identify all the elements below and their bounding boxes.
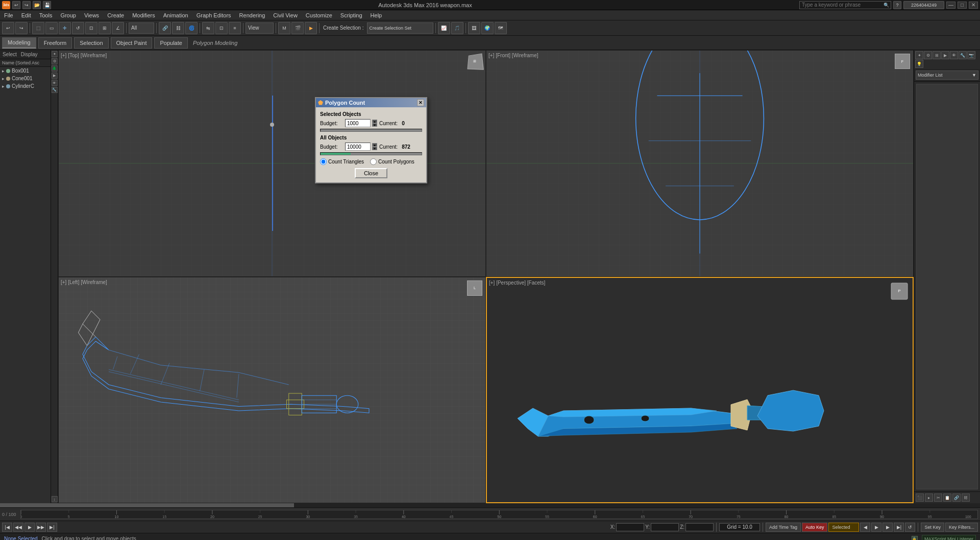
render-to-tex-btn[interactable]: 🗺 [495, 22, 507, 34]
material-editor-btn[interactable]: M [278, 22, 290, 34]
maximize-button[interactable]: □ [958, 2, 967, 9]
selection-dropdown[interactable]: Create Selection Set [367, 22, 433, 34]
undo-btn[interactable]: ↩ [2, 22, 14, 34]
scene-object-cylinder[interactable]: ▸ CylinderC [0, 82, 51, 90]
set-key-btn[interactable]: Set Key [921, 523, 944, 532]
render-btn[interactable]: ▶ [305, 22, 317, 34]
angle-snap[interactable]: ∠ [112, 22, 124, 34]
menu-scripting[interactable]: Scripting [336, 10, 366, 20]
curve-editor-btn[interactable]: 📈 [438, 22, 450, 34]
auto-key-btn[interactable]: Auto Key [802, 523, 828, 532]
snap-toggle[interactable]: ⊞ [99, 22, 111, 34]
menu-create[interactable]: Create [103, 10, 128, 20]
tab-object-paint[interactable]: Object Paint [111, 37, 153, 49]
rp-tool-1[interactable]: ⬛ [916, 494, 924, 502]
loop-btn[interactable]: ↺ [905, 523, 915, 532]
status-lock-icon[interactable]: 🔒 [912, 536, 918, 541]
select-tab[interactable]: Select [3, 52, 17, 57]
redo-btn[interactable]: ↪ [15, 22, 28, 34]
title-redo[interactable]: ↪ [22, 1, 31, 9]
title-open[interactable]: 📂 [33, 1, 41, 9]
play-btn[interactable]: ▶ [24, 523, 35, 532]
budget-up[interactable]: ▲ [372, 120, 377, 123]
rp-tool-paste[interactable]: 📋 [943, 494, 951, 502]
menu-rendering[interactable]: Rendering [235, 10, 270, 20]
modifier-list-dropdown[interactable]: Modifier List ▼ [916, 71, 978, 80]
add-time-tag-btn[interactable]: Add Time Tag [766, 523, 801, 532]
viewport-perspective[interactable]: [+] [Perspective] [Facets] [486, 277, 914, 504]
select-btn[interactable]: ⬚ [32, 22, 44, 34]
count-polygons-radio[interactable]: Count Polygons [370, 158, 414, 165]
title-save[interactable]: 💾 [43, 1, 51, 9]
front-nav-cube[interactable]: F [895, 54, 910, 69]
minimize-button[interactable]: — [946, 2, 955, 9]
rp-icon-modify[interactable]: ⚙ [924, 51, 932, 59]
search-input[interactable] [799, 1, 891, 9]
count-triangles-radio[interactable]: Count Triangles [320, 158, 364, 165]
create-panel-btn[interactable]: ✦ [52, 51, 58, 57]
rp-icon-create[interactable]: ✦ [915, 51, 923, 59]
mirror-btn[interactable]: ⇋ [202, 22, 214, 34]
display-tab[interactable]: Display [21, 52, 38, 57]
rotate-btn[interactable]: ↺ [72, 22, 84, 34]
filter-dropdown[interactable]: All [129, 22, 154, 34]
next-frame-btn[interactable]: ▶| [47, 523, 57, 532]
menu-edit[interactable]: Edit [17, 10, 35, 20]
tab-modeling[interactable]: Modeling [2, 37, 36, 49]
z-coord[interactable] [685, 523, 714, 531]
hierarchy-panel-btn[interactable]: 🌲 [52, 65, 58, 72]
close-button[interactable]: ✕ [969, 2, 978, 9]
selected-dropdown[interactable]: Selected [828, 523, 859, 532]
menu-customize[interactable]: Customize [302, 10, 336, 20]
rp-icon-utility[interactable]: 🔧 [959, 51, 967, 59]
rp-icon-8[interactable]: 💡 [915, 60, 923, 68]
dope-sheet-btn[interactable]: 🎵 [451, 22, 463, 34]
modify-panel-btn[interactable]: ⚙ [52, 58, 58, 64]
display-panel-btn[interactable]: 👁 [52, 80, 58, 86]
tab-populate[interactable]: Populate [154, 37, 187, 49]
timeline-scroll[interactable] [0, 503, 980, 507]
utility-panel-btn[interactable]: 🔧 [52, 87, 58, 93]
scene-object-cone001[interactable]: ▸ Cone001 [0, 75, 51, 82]
title-undo[interactable]: ↩ [12, 1, 20, 9]
budget-down[interactable]: ▼ [372, 123, 377, 127]
prev-key-btn[interactable]: ◀◀ [13, 523, 23, 532]
prev-frame-btn[interactable]: |◀ [2, 523, 12, 532]
rp-tool-link[interactable]: 🔗 [952, 494, 961, 502]
scale-btn[interactable]: ⊡ [85, 22, 97, 34]
x-coord[interactable] [616, 523, 644, 531]
transform-type-in[interactable]: ↕ [52, 496, 58, 502]
next-key-btn[interactable]: ▶▶ [36, 523, 46, 532]
help-icon[interactable]: ? [893, 1, 901, 9]
menu-file[interactable]: File [0, 10, 17, 20]
render-frame-btn[interactable]: 🖼 [468, 22, 480, 34]
rp-icon-motion[interactable]: ▶ [941, 51, 949, 59]
array-btn[interactable]: ⊡ [215, 22, 228, 34]
unlink-btn[interactable]: ⛓ [172, 22, 184, 34]
bind-space-warp[interactable]: 🌀 [185, 22, 198, 34]
timeline-track[interactable]: 0 5 10 15 20 25 30 35 40 45 50 55 60 [20, 510, 978, 519]
menu-modifiers[interactable]: Modifiers [128, 10, 159, 20]
move-btn[interactable]: ✛ [59, 22, 71, 34]
rp-tool-unlink[interactable]: ⛓ [962, 494, 970, 502]
view-dropdown[interactable]: View [246, 22, 274, 34]
menu-graph-editors[interactable]: Graph Editors [192, 10, 235, 20]
rp-icon-7[interactable]: 📷 [967, 51, 975, 59]
menu-tools[interactable]: Tools [35, 10, 57, 20]
motion-panel-btn[interactable]: ▶ [52, 73, 58, 79]
menu-group[interactable]: Group [56, 10, 80, 20]
play-2[interactable]: ▶ [871, 523, 881, 532]
next-key-2[interactable]: ▶ [883, 523, 893, 532]
all-budget-input[interactable] [345, 143, 371, 151]
selected-budget-input[interactable] [345, 119, 371, 127]
persp-nav-cube[interactable]: P [890, 282, 909, 300]
environment-btn[interactable]: 🌍 [481, 22, 494, 34]
align-btn[interactable]: ≡ [229, 22, 241, 34]
viewport-left[interactable]: [+] [Left] [Wireframe] [58, 277, 486, 504]
menu-views[interactable]: Views [80, 10, 103, 20]
viewport-front[interactable]: [+] [Front] [Wireframe] F [486, 50, 914, 277]
scene-object-box001[interactable]: ▸ Box001 [0, 67, 51, 75]
all-budget-down[interactable]: ▼ [372, 147, 377, 150]
tab-freeform[interactable]: Freeform [38, 37, 72, 49]
end-key[interactable]: ▶| [894, 523, 904, 532]
